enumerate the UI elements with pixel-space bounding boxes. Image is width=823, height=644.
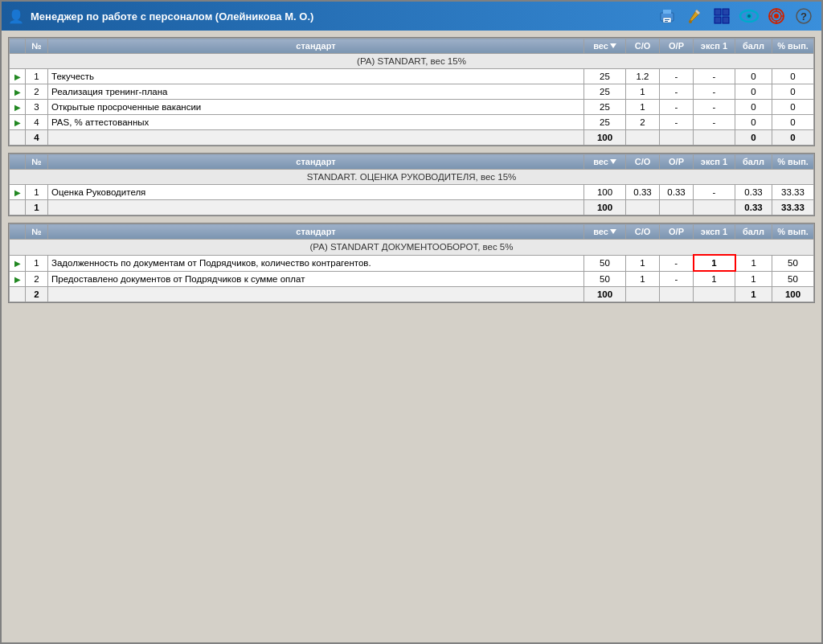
summary-row-1: 4 100 0 0 <box>10 130 814 146</box>
row-standart: Текучесть <box>48 69 584 84</box>
summary-ves: 100 <box>584 200 626 215</box>
section-3: № стандарт вес С/О О/Р эксп 1 балл % вы <box>8 223 815 303</box>
row-standart: Задолженность по документам от Подрядчик… <box>48 255 584 271</box>
row-ball: 0 <box>735 100 772 115</box>
print-icon[interactable] <box>656 5 678 27</box>
col-standart-header: стандарт <box>48 224 584 240</box>
summary-vyp: 0 <box>772 130 814 146</box>
table-row: ▶ 1 Текучесть 25 1.2 - - 0 0 <box>10 69 814 84</box>
grid-icon[interactable] <box>710 5 733 27</box>
col-eksp-header: эксп 1 <box>694 154 735 170</box>
sort-arrow-icon <box>610 43 616 48</box>
col-co-header: С/О <box>626 154 660 170</box>
summary-no: 4 <box>26 130 48 146</box>
play-btn-cell[interactable]: ▶ <box>10 185 26 200</box>
row-ball: 0.33 <box>735 185 772 200</box>
col-vyp-header: % вып. <box>772 39 814 54</box>
col-play-header <box>10 39 26 54</box>
brush-icon[interactable] <box>683 5 706 27</box>
title-bar-left: 👤 Менеджер по работе с персоналом (Олейн… <box>8 9 313 24</box>
summary-ball: 0 <box>735 130 772 146</box>
play-btn-cell[interactable]: ▶ <box>10 100 26 115</box>
row-ball: 0 <box>735 84 772 100</box>
window-title: Менеджер по работе с персоналом (Олейник… <box>31 10 313 23</box>
row-standart: Предоставлено документов от Подрядчиков … <box>48 271 584 287</box>
svg-rect-7 <box>723 9 729 15</box>
row-eksp: - <box>694 115 735 130</box>
row-vyp: 33.33 <box>772 185 814 200</box>
col-ves-header: вес <box>584 154 626 170</box>
group-row-2: STANDART. ОЦЕНКА РУКОВОДИТЕЛЯ, вес 15% <box>10 170 814 185</box>
row-op: 0.33 <box>660 185 694 200</box>
summary-op <box>660 130 694 146</box>
row-co: 1.2 <box>626 69 660 84</box>
play-icon: ▶ <box>14 118 21 127</box>
row-op: - <box>660 100 694 115</box>
summary-ves: 100 <box>584 130 626 146</box>
row-no: 1 <box>26 69 48 84</box>
row-no: 4 <box>26 115 48 130</box>
summary-play <box>10 200 26 215</box>
row-no: 2 <box>26 84 48 100</box>
svg-rect-3 <box>665 19 669 20</box>
summary-op <box>660 200 694 215</box>
section-2: № стандарт вес С/О О/Р эксп 1 балл % вы <box>8 153 815 216</box>
summary-op <box>660 287 694 302</box>
row-co: 1 <box>626 100 660 115</box>
col-eksp-header: эксп 1 <box>694 224 735 240</box>
play-icon: ▶ <box>14 275 21 284</box>
row-standart: Оценка Руководителя <box>48 185 584 200</box>
table-row: ▶ 3 Открытые просроченные вакансии 25 1 … <box>10 100 814 115</box>
summary-standart <box>48 200 584 215</box>
play-btn-cell[interactable]: ▶ <box>10 69 26 84</box>
main-window: 👤 Менеджер по работе с персоналом (Олейн… <box>0 0 823 644</box>
table-row: ▶ 1 Оценка Руководителя 100 0.33 0.33 - … <box>10 185 814 200</box>
row-no: 1 <box>26 255 48 271</box>
row-vyp: 50 <box>772 255 814 271</box>
summary-ball: 1 <box>735 287 772 302</box>
row-vyp: 50 <box>772 271 814 287</box>
row-no: 2 <box>26 271 48 287</box>
row-eksp: - <box>694 100 735 115</box>
play-btn-cell[interactable]: ▶ <box>10 115 26 130</box>
row-ves: 25 <box>584 100 626 115</box>
summary-ball: 0.33 <box>735 200 772 215</box>
row-eksp[interactable]: 1 <box>694 255 735 271</box>
row-ball: 1 <box>735 255 772 271</box>
row-standart: Открытые просроченные вакансии <box>48 100 584 115</box>
group-label-1: (РА) STANDART, вес 15% <box>10 54 814 69</box>
group-row-3: (РА) STANDART ДОКУМЕНТООБОРОТ, вес 5% <box>10 240 814 256</box>
col-no-header: № <box>26 39 48 54</box>
row-vyp: 0 <box>772 100 814 115</box>
help-icon[interactable]: ? <box>792 5 815 27</box>
row-op: - <box>660 271 694 287</box>
summary-no: 2 <box>26 287 48 302</box>
row-vyp: 0 <box>772 84 814 100</box>
row-eksp: - <box>694 84 735 100</box>
col-standart-header: стандарт <box>48 39 584 54</box>
title-bar-right: ? <box>656 5 815 27</box>
row-vyp: 0 <box>772 115 814 130</box>
main-content: № стандарт вес С/О О/Р эксп 1 балл % вы <box>2 31 821 642</box>
svg-point-12 <box>747 14 751 18</box>
col-co-header: С/О <box>626 224 660 240</box>
row-eksp: - <box>694 69 735 84</box>
play-btn-cell[interactable]: ▶ <box>10 84 26 100</box>
table-row: ▶ 2 Предоставлено документов от Подрядчи… <box>10 271 814 287</box>
summary-vyp: 33.33 <box>772 200 814 215</box>
play-icon: ▶ <box>14 188 21 197</box>
eye-icon[interactable] <box>738 5 760 27</box>
row-eksp: 1 <box>694 271 735 287</box>
row-co: 0.33 <box>626 185 660 200</box>
table-header-3: № стандарт вес С/О О/Р эксп 1 балл % вы <box>10 224 814 240</box>
col-op-header: О/Р <box>660 224 694 240</box>
col-play-header <box>10 154 26 170</box>
table-row: ▶ 2 Реализация тренинг-плана 25 1 - - 0 … <box>10 84 814 100</box>
row-co: 1 <box>626 84 660 100</box>
summary-co <box>626 200 660 215</box>
svg-rect-1 <box>663 10 671 14</box>
target-icon[interactable] <box>765 5 788 27</box>
svg-text:?: ? <box>800 10 807 23</box>
play-btn-cell[interactable]: ▶ <box>10 271 26 287</box>
play-btn-cell[interactable]: ▶ <box>10 255 26 271</box>
